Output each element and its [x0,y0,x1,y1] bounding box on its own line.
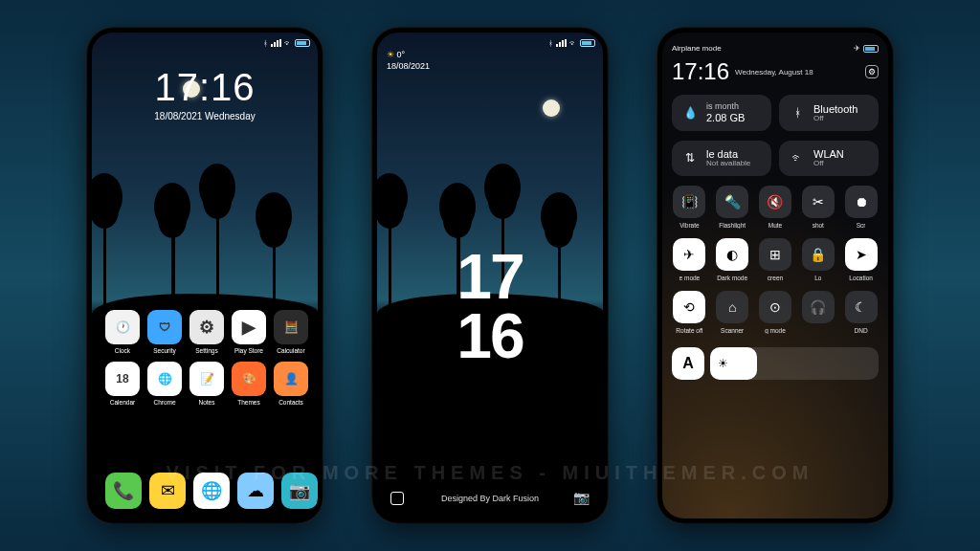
status-bar: ᚼ ᯤ [548,36,595,50]
app-icon: 🌐 [147,362,182,396]
toggle-label: Flashlight [719,222,746,229]
toggle-e-mode[interactable]: ✈e mode [672,238,707,281]
toggle-label: Dark mode [717,275,747,281]
app-settings[interactable]: ⚙Settings [189,310,224,354]
quick-settings-row: 📳Vibrate🔦Flashlight🔇Mute✂shot⏺Scr [672,186,879,229]
app-icon: ▶ [232,310,266,344]
toggle-shot[interactable]: ✂shot [800,186,835,229]
app-label: Calendar [110,399,135,406]
app-icon: 🌐 [193,473,230,509]
app-notes[interactable]: 📝Notes [189,362,224,406]
toggle-icon: ⏺ [845,186,878,218]
app-icon: ⚙ [189,310,224,344]
app-icon: 🧮 [274,310,308,344]
toggle-icon: ⊞ [759,238,791,271]
lock-clock: 17 16 [377,247,603,366]
wifi-icon: ᯤ [284,39,292,48]
tile-icon: ᯤ [789,149,806,166]
bluetooth-icon: ᚼ [263,39,268,48]
app-contacts[interactable]: 👤Contacts [274,362,308,406]
wifi-icon: ᯤ [569,39,577,48]
app-clock[interactable]: 🕐Clock [105,310,140,354]
app-icon: 18 [105,362,140,396]
brightness-slider[interactable]: ☀ [710,347,879,380]
tile-sub: Off [813,115,858,123]
tile-le-data[interactable]: ⇅le dataNot available [672,141,771,176]
weather-widget[interactable]: ☀ 0° 18/08/2021 [387,50,430,72]
toggle-icon: ✈ [673,238,705,271]
toggle-g-mode[interactable]: ⊙g mode [758,291,793,334]
toggle-label: Rotate off [676,327,702,334]
app-icon: 👤 [274,362,308,396]
tile-top: is month [706,102,745,112]
toggle-icon: 🔒 [802,238,835,271]
toggle-mute[interactable]: 🔇Mute [758,186,793,229]
tile-sub: Not available [706,160,750,168]
settings-button[interactable]: ⚙ [865,65,879,78]
toggle-flashlight[interactable]: 🔦Flashlight [715,186,750,229]
lock-hour: 17 [377,247,603,307]
tile-icon: 💧 [681,104,699,121]
toggle-icon: ⌂ [716,291,748,323]
phone-control-center: Airplane mode ✈ 17:16 Wednesday, August … [657,27,894,524]
toggle-item[interactable]: 🎧 [800,291,835,334]
quick-settings-row: ⟲Rotate off⌂Scanner⊙g mode🎧☾DND [672,291,879,334]
toggle-rotate-off[interactable]: ⟲Rotate off [672,291,707,334]
toggle-label: creen [768,275,783,281]
toggle-location[interactable]: ➤Location [843,238,879,281]
brightness-icon: ☀ [718,357,728,370]
time-text: 17:16 [92,66,318,109]
toggle-icon: ✂ [802,186,835,218]
home-screen[interactable]: ᚼ ᯤ 17:16 18/08/2021 Wednesday 🕐Clock🛡Se… [92,33,318,518]
toggle-dark-mode[interactable]: ◐Dark mode [715,238,750,281]
app-label: Notes [199,399,215,406]
toggle-icon: 🎧 [802,291,835,323]
battery-icon [295,39,310,47]
toggle-scanner[interactable]: ⌂Scanner [715,291,750,334]
dock-messages[interactable]: ✉ [149,473,186,509]
app-grid: 🕐Clock🛡Security⚙Settings▶Play Store🧮Calc… [105,310,304,406]
lock-screen[interactable]: ᚼ ᯤ ☀ 0° 18/08/2021 17 16 Designed By Da… [377,33,603,518]
app-play-store[interactable]: ▶Play Store [232,310,266,354]
cc-date: Wednesday, August 18 [735,68,813,77]
app-calculator[interactable]: 🧮Calculator [274,310,308,354]
date-text: 18/08/2021 Wednesday [92,111,318,121]
app-icon: 📷 [281,473,318,509]
toggle-lo[interactable]: 🔒Lo [800,238,835,281]
tile-bluetooth[interactable]: ᚼBluetoothOff [779,95,879,131]
auto-brightness-toggle[interactable]: A [672,347,704,380]
app-calendar[interactable]: 18Calendar [105,362,140,406]
control-center[interactable]: Airplane mode ✈ 17:16 Wednesday, August … [662,33,888,518]
signal-icon [271,39,281,47]
toggle-vibrate[interactable]: 📳Vibrate [672,186,707,229]
tile--gb[interactable]: 💧is month2.08 GB [672,95,771,131]
toggle-dnd[interactable]: ☾DND [843,291,879,334]
camera-shortcut-icon[interactable]: 📷 [573,490,590,505]
app-themes[interactable]: 🎨Themes [232,362,266,406]
app-chrome[interactable]: 🌐Chrome [147,362,182,406]
app-label: Chrome [153,399,175,406]
airplane-label: Airplane mode [672,44,722,53]
tile-sub: Off [813,160,844,168]
dock-camera[interactable]: 📷 [281,473,318,509]
clock-widget[interactable]: 17:16 18/08/2021 Wednesday [92,66,318,121]
dock-phone[interactable]: 📞 [105,473,142,509]
dock-weather[interactable]: ☁ [237,473,274,509]
toggle-creen[interactable]: ⊞creen [758,238,793,281]
app-label: Themes [237,399,259,406]
tile-icon: ⇅ [681,149,699,166]
lock-date: 18/08/2021 [387,61,430,73]
tile-wlan[interactable]: ᯤWLANOff [779,141,879,176]
toggle-label: Vibrate [679,222,699,229]
toggle-label: Location [849,275,873,281]
dock-browser[interactable]: 🌐 [193,473,230,509]
temp-text: 0° [397,50,406,59]
app-security[interactable]: 🛡Security [147,310,182,354]
toggle-label: e mode [679,275,701,281]
app-label: Contacts [278,399,303,406]
app-label: Settings [195,347,218,354]
status-bar: ᚼ ᯤ [263,36,310,50]
cc-header: 17:16 Wednesday, August 18 ⚙ [672,58,879,85]
toggle-icon: ◐ [716,238,748,271]
toggle-scr[interactable]: ⏺Scr [843,186,879,229]
